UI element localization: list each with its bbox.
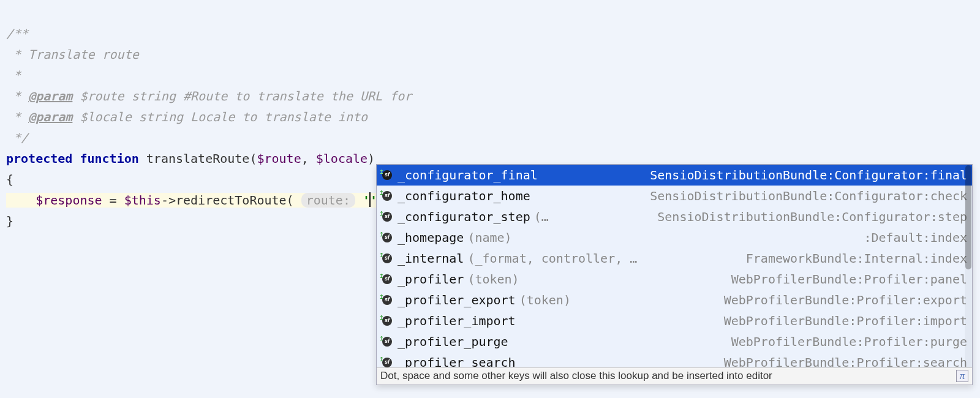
completion-list[interactable]: ↥sf_configurator_finalSensioDistribution… xyxy=(377,165,972,367)
symfony-route-icon: ↥sf xyxy=(380,356,394,367)
completion-item-name: _profiler xyxy=(398,269,464,290)
symfony-route-icon: ↥sf xyxy=(380,168,394,182)
text-caret xyxy=(369,192,371,207)
docblock-line: * @param $route string #Route to transla… xyxy=(6,89,412,103)
completion-item-tail: FrameworkBundle:Internal:index xyxy=(746,248,967,269)
symfony-route-icon: ↥sf xyxy=(380,335,394,348)
completion-item-params: (… xyxy=(534,206,549,227)
symfony-route-icon: ↥sf xyxy=(380,314,394,328)
completion-item[interactable]: ↥sf_profiler_importWebProfilerBundle:Pro… xyxy=(377,310,972,331)
completion-item-name: _profiler_search xyxy=(398,352,516,367)
symfony-route-icon: ↥sf xyxy=(380,231,394,244)
completion-item-tail: SensioDistributionBundle:Configurator:ch… xyxy=(650,186,967,206)
completion-popup[interactable]: ↥sf_configurator_finalSensioDistribution… xyxy=(376,164,973,385)
brace-close: } xyxy=(6,214,13,228)
completion-item-name: _configurator_final xyxy=(398,165,538,186)
completion-status-bar: Dot, space and some other keys will also… xyxy=(377,367,972,385)
completion-item[interactable]: ↥sf_homepage(name):Default:index xyxy=(377,227,972,248)
completion-item[interactable]: ↥sf_internal(_format, controller, …Frame… xyxy=(377,248,972,269)
completion-item-params: (name) xyxy=(467,227,511,248)
string-literal: '' xyxy=(363,193,377,208)
completion-item-name: _profiler_purge xyxy=(398,331,508,352)
completion-item-name: _profiler_export xyxy=(398,290,516,310)
scrollbar-track[interactable] xyxy=(965,165,972,367)
symfony-route-icon: ↥sf xyxy=(380,272,394,286)
completion-item-tail: WebProfilerBundle:Profiler:import xyxy=(724,310,967,331)
completion-item-params: (token) xyxy=(467,269,519,290)
completion-item-name: _internal xyxy=(398,248,464,269)
completion-item[interactable]: ↥sf_configurator_finalSensioDistribution… xyxy=(377,165,972,186)
docblock-line: * Translate route xyxy=(6,47,139,62)
completion-item-name: _configurator_home xyxy=(398,186,530,206)
symfony-route-icon: ↥sf xyxy=(380,252,394,265)
doc-tag: @param xyxy=(28,89,72,103)
completion-item[interactable]: ↥sf_configurator_homeSensioDistributionB… xyxy=(377,186,972,206)
scrollbar-thumb[interactable] xyxy=(965,165,971,269)
completion-item-params: (_format, controller, … xyxy=(467,248,637,269)
completion-item[interactable]: ↥sf_configurator_step(…SensioDistributio… xyxy=(377,206,972,227)
docblock-line: * @param $locale string Locale to transl… xyxy=(6,110,368,124)
completion-item-tail: WebProfilerBundle:Profiler:panel xyxy=(731,269,967,290)
brace-open: { xyxy=(6,172,13,187)
inlay-hint: route: xyxy=(301,193,355,208)
completion-item-params: (token) xyxy=(519,290,571,310)
completion-item-name: _homepage xyxy=(398,227,464,248)
completion-status-text: Dot, space and some other keys will also… xyxy=(380,367,772,385)
completion-item-name: _configurator_step xyxy=(398,206,530,227)
symfony-route-icon: ↥sf xyxy=(380,189,394,203)
docblock-close: */ xyxy=(6,130,28,145)
completion-item-tail: WebProfilerBundle:Profiler:export xyxy=(724,290,967,310)
docblock-line: * xyxy=(6,68,21,83)
function-signature: protected function translateRoute($route… xyxy=(6,151,375,166)
completion-item-tail: :Default:index xyxy=(864,227,967,248)
completion-item[interactable]: ↥sf_profiler_searchWebProfilerBundle:Pro… xyxy=(377,352,972,367)
pi-icon[interactable]: π xyxy=(956,370,968,382)
symfony-route-icon: ↥sf xyxy=(380,210,394,223)
doc-tag: @param xyxy=(28,110,72,124)
completion-item-tail: SensioDistributionBundle:Configurator:fi… xyxy=(650,165,967,186)
active-line[interactable]: $response = $this->redirectToRoute( rout… xyxy=(6,193,392,208)
completion-item-name: _profiler_import xyxy=(398,310,516,331)
completion-item[interactable]: ↥sf_profiler_export(token)WebProfilerBun… xyxy=(377,290,972,310)
completion-item[interactable]: ↥sf_profiler_purgeWebProfilerBundle:Prof… xyxy=(377,331,972,352)
completion-item-tail: SensioDistributionBundle:Configurator:st… xyxy=(657,206,967,227)
completion-item[interactable]: ↥sf_profiler(token)WebProfilerBundle:Pro… xyxy=(377,269,972,290)
completion-item-tail: WebProfilerBundle:Profiler:purge xyxy=(731,331,967,352)
symfony-route-icon: ↥sf xyxy=(380,293,394,307)
docblock-open: /** xyxy=(6,26,28,41)
completion-item-tail: WebProfilerBundle:Profiler:search xyxy=(724,352,967,367)
